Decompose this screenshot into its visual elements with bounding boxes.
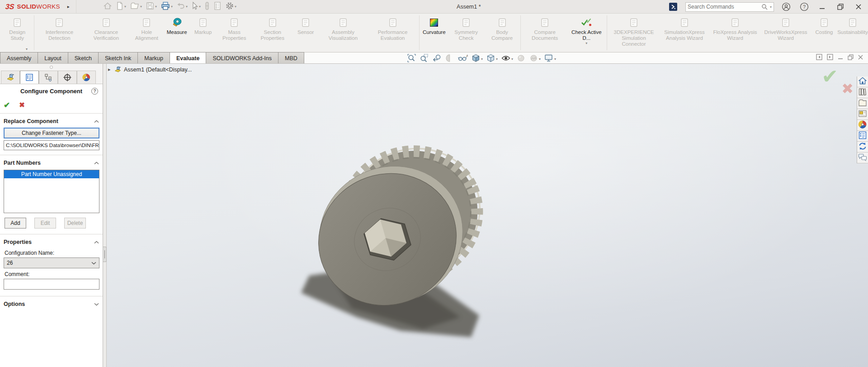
dropdown-caret-icon[interactable]: ▾ (199, 5, 201, 9)
tab-assembly[interactable]: Assembly (0, 52, 38, 63)
tab-feature-manager[interactable] (1, 71, 20, 84)
task-pane-custom-properties-button[interactable] (857, 131, 868, 142)
close-button[interactable] (853, 1, 864, 13)
3dexperience-icon[interactable] (667, 1, 679, 13)
ribbon-button-mass-properties[interactable]: Mass Properties (216, 14, 252, 52)
tab-dimxpert-manager[interactable] (58, 71, 77, 84)
task-pane-file-explorer-button[interactable] (857, 98, 868, 109)
dropdown-caret-icon[interactable]: ▾ (235, 5, 236, 9)
quick-access-undo-button[interactable]: ▾ (175, 1, 189, 13)
dropdown-caret-icon[interactable]: ▾ (585, 42, 587, 45)
tab-configuration-manager[interactable] (39, 71, 58, 84)
search-icon[interactable] (761, 4, 768, 10)
graphics-viewport[interactable]: ▸ Assem1 (Default<Display... (107, 64, 868, 367)
options-header[interactable]: Options (4, 299, 99, 309)
part-numbers-header[interactable]: Part Numbers (4, 158, 99, 168)
ribbon-button-body-compare[interactable]: Body Compare (485, 14, 519, 52)
dropdown-caret-icon[interactable]: ▾ (124, 5, 126, 9)
collapse-pane-left-icon[interactable] (816, 54, 823, 62)
splitter-handle[interactable] (103, 247, 107, 262)
ribbon-button-symmetry-check[interactable]: Symmetry Check (447, 14, 485, 52)
tab-layout[interactable]: Layout (38, 52, 68, 63)
tab-sketch[interactable]: Sketch (68, 52, 99, 63)
doc-restore-button[interactable] (848, 54, 854, 62)
ribbon-button-costing[interactable]: Costing (811, 14, 837, 52)
model-3d-timing-pulley[interactable] (107, 64, 868, 367)
panel-splitter-grip[interactable] (0, 64, 103, 71)
doc-close-button[interactable] (858, 54, 863, 62)
component-path-field[interactable]: C:\SOLIDWORKS Data\browser\DIN\FRC (4, 140, 99, 150)
confirmation-corner-ok[interactable]: ✔ (821, 65, 838, 88)
comment-input[interactable] (4, 279, 99, 290)
ribbon-button-markup[interactable]: Markup (190, 14, 216, 52)
dropdown-caret-icon[interactable]: ▾ (481, 57, 483, 61)
panel-help-icon[interactable]: ? (91, 88, 98, 95)
cancel-button[interactable]: ✖ (19, 101, 25, 109)
search-caret-icon[interactable]: ▾ (770, 5, 772, 9)
quick-access-select-button[interactable]: ▾ (190, 1, 202, 13)
quick-access-new-document-button[interactable]: ▾ (114, 1, 127, 13)
part-number-list[interactable]: Part Number Unassigned (4, 170, 99, 213)
ribbon-button-floxpress-analysis-wizard[interactable]: FloXpress Analysis Wizard (710, 14, 760, 52)
ribbon-button-curvature[interactable]: Curvature (421, 14, 447, 52)
ribbon-button-performance-evaluation[interactable]: Performance Evaluation (368, 14, 418, 52)
design-study-flyout-caret-icon[interactable]: ▾ (26, 47, 28, 51)
quick-access-open-button[interactable]: ▾ (128, 1, 143, 13)
collapse-pane-right-icon[interactable] (827, 54, 834, 62)
ribbon-button-interference-detection[interactable]: Interference Detection (36, 14, 83, 52)
doc-minimize-button[interactable] (838, 54, 844, 62)
panel-splitter[interactable] (103, 64, 107, 367)
search-commands-box[interactable]: ▾ (685, 2, 774, 12)
task-pane-comments-button[interactable] (857, 153, 868, 163)
tab-display-manager[interactable] (77, 71, 96, 84)
quick-access-attach-button[interactable] (203, 1, 211, 13)
quick-access-print-button[interactable]: ▾ (159, 1, 174, 13)
help-icon[interactable]: ? (798, 1, 810, 13)
ribbon-button-sensor[interactable]: Sensor (292, 14, 319, 52)
dropdown-caret-icon[interactable]: ▾ (554, 57, 556, 61)
ribbon-button-clearance-verification[interactable]: Clearance Verification (83, 14, 129, 52)
headsup-zoom-to-area-button[interactable] (419, 53, 430, 65)
ribbon-button-check-active-d[interactable]: Check Active D...▾ (567, 14, 605, 52)
list-item-selected[interactable]: Part Number Unassigned (4, 170, 99, 178)
delete-button[interactable]: Delete (64, 218, 86, 229)
quick-access-save-button[interactable]: ▾ (144, 1, 158, 13)
minimize-button[interactable] (816, 1, 828, 13)
tab-solidworks-add-ins[interactable]: SOLIDWORKS Add-Ins (206, 52, 278, 63)
ribbon-button-hole-alignment[interactable]: Hole Alignment (130, 14, 164, 52)
headsup-hide-show-items-button[interactable]: ▾ (500, 53, 514, 65)
quick-access-home-button[interactable] (102, 1, 113, 13)
replace-component-header[interactable]: Replace Component (4, 116, 99, 126)
task-pane-design-library-button[interactable] (857, 87, 868, 98)
ribbon-button-compare-documents[interactable]: Compare Documents (522, 14, 568, 52)
headsup-edit-appearance-button[interactable] (515, 53, 527, 65)
dropdown-caret-icon[interactable]: ▾ (140, 5, 142, 9)
headsup-previous-view-button[interactable] (431, 53, 443, 65)
ribbon-button-3dexperience-simulation-connector[interactable]: 3DEXPERIENCE Simulation Connector (609, 14, 659, 52)
properties-header[interactable]: Properties (4, 237, 99, 247)
menu-expand-arrow-icon[interactable]: ▸ (67, 4, 70, 9)
tab-evaluate[interactable]: Evaluate (170, 52, 206, 63)
configuration-name-select[interactable]: 26 (4, 257, 99, 268)
dropdown-caret-icon[interactable]: ▾ (539, 57, 541, 61)
ribbon-button-design-study[interactable]: Design Study (2, 14, 33, 52)
task-pane-appearances-button[interactable] (857, 120, 868, 131)
ok-button[interactable]: ✔ (4, 100, 10, 110)
confirmation-corner-cancel[interactable]: ✖ (841, 80, 854, 97)
add-button[interactable]: Add (5, 218, 26, 229)
headsup-zoom-to-fit-button[interactable] (406, 53, 417, 65)
headsup-view-settings-button[interactable]: ▾ (543, 53, 557, 65)
tab-sketch-ink[interactable]: Sketch Ink (98, 52, 138, 63)
dropdown-caret-icon[interactable]: ▾ (496, 57, 498, 61)
ribbon-button-simulationxpress-analysis-wizard[interactable]: SimulationXpress Analysis Wizard (659, 14, 710, 52)
headsup-section-view-button[interactable] (444, 53, 455, 65)
quick-access-options-list-button[interactable] (212, 1, 223, 13)
task-pane-view-palette-button[interactable] (857, 109, 868, 120)
headsup-display-style-button[interactable]: ▾ (485, 53, 499, 65)
ribbon-button-assembly-visualization[interactable]: Assembly Visualization (319, 14, 368, 52)
quick-access-settings-gear-button[interactable]: ▾ (224, 1, 238, 13)
ribbon-button-measure[interactable]: Measure (164, 14, 190, 52)
headsup-apply-scene-button[interactable]: ▾ (528, 53, 542, 65)
headsup-sketch-visibility-button[interactable]: A (457, 53, 469, 65)
dropdown-caret-icon[interactable]: ▾ (171, 5, 173, 9)
